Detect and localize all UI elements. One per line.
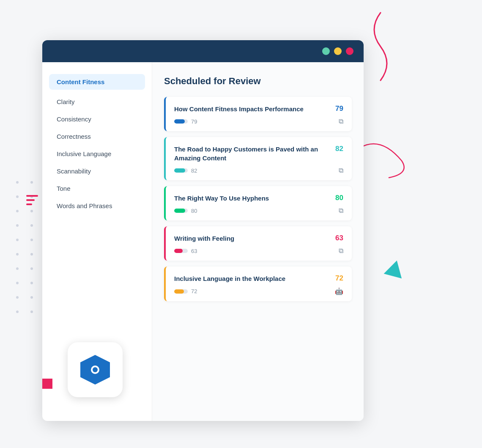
score-small-1: 79	[191, 118, 197, 125]
traffic-light-yellow[interactable]	[334, 47, 342, 55]
article-card-1[interactable]: How Content Fitness Impacts Performance …	[164, 97, 352, 131]
sidebar-item-tone[interactable]: Tone	[42, 180, 152, 197]
article-score-4: 63	[335, 234, 343, 242]
copy-icon-3[interactable]: ⧉	[339, 207, 343, 214]
score-bar-container-3: 80	[174, 208, 197, 214]
score-small-3: 80	[191, 208, 197, 214]
card-header-2: The Road to Happy Customers is Paved wit…	[174, 145, 343, 162]
article-title-4: Writing with Feeling	[174, 234, 330, 243]
sidebar-item-clarity[interactable]: Clarity	[42, 93, 152, 110]
logo-box	[68, 342, 123, 397]
traffic-light-red[interactable]	[346, 47, 353, 55]
article-score-5: 72	[335, 274, 343, 283]
logo-hexagon	[80, 355, 110, 385]
mini-bar-fill-5	[174, 289, 184, 294]
teal-arrow-icon	[381, 261, 402, 283]
card-footer-3: 80 ⧉	[174, 207, 343, 214]
title-bar	[42, 40, 364, 62]
ham-line-2	[26, 199, 35, 201]
pink-squiggle-top	[364, 8, 389, 85]
article-title-3: The Right Way To Use Hyphens	[174, 194, 330, 203]
sidebar-item-inclusive-language[interactable]: Inclusive Language	[42, 145, 152, 162]
hamburger-icon	[26, 190, 48, 210]
card-footer-4: 63 ⧉	[174, 247, 343, 255]
panel-title: Scheduled for Review	[164, 76, 352, 87]
pink-square-decoration	[42, 379, 52, 389]
card-header-1: How Content Fitness Impacts Performance …	[174, 104, 343, 113]
robot-icon-5[interactable]: 🤖	[335, 287, 343, 295]
score-bar-container-4: 63	[174, 248, 197, 254]
article-card-3[interactable]: The Right Way To Use Hyphens 80 80 ⧉	[164, 186, 352, 220]
mini-bar-1	[174, 119, 188, 124]
card-header-3: The Right Way To Use Hyphens 80	[174, 194, 343, 203]
article-card-4[interactable]: Writing with Feeling 63 63 ⧉	[164, 226, 352, 261]
copy-icon-2[interactable]: ⧉	[339, 167, 343, 174]
card-header-5: Inclusive Language in the Workplace 72	[174, 274, 343, 283]
mini-bar-fill-3	[174, 209, 185, 213]
article-score-3: 80	[335, 194, 343, 202]
card-header-4: Writing with Feeling 63	[174, 234, 343, 243]
score-bar-container-1: 79	[174, 118, 197, 125]
score-small-2: 82	[191, 168, 197, 174]
score-small-5: 72	[191, 288, 197, 294]
article-card-5[interactable]: Inclusive Language in the Workplace 72 7…	[164, 267, 352, 301]
card-footer-1: 79 ⧉	[174, 118, 343, 125]
article-score-1: 79	[335, 104, 343, 113]
score-bar-container-2: 82	[174, 168, 197, 174]
mini-bar-fill-1	[174, 119, 185, 124]
sidebar-item-words-and-phrases[interactable]: Words and Phrases	[42, 197, 152, 214]
ham-line-3	[26, 203, 32, 205]
sidebar-item-scannability[interactable]: Scannability	[42, 162, 152, 180]
article-title-2: The Road to Happy Customers is Paved wit…	[174, 145, 330, 162]
article-score-2: 82	[335, 145, 343, 153]
sidebar-item-content-fitness[interactable]: Content Fitness	[49, 74, 145, 90]
mini-bar-5	[174, 289, 188, 294]
main-panel: Scheduled for Review How Content Fitness…	[152, 62, 364, 421]
mini-bar-fill-2	[174, 168, 185, 173]
sidebar-item-consistency[interactable]: Consistency	[42, 110, 152, 128]
mini-bar-4	[174, 249, 188, 253]
mini-bar-2	[174, 168, 188, 173]
score-bar-container-5: 72	[174, 288, 197, 294]
article-title-5: Inclusive Language in the Workplace	[174, 274, 330, 283]
card-footer-5: 72 🤖	[174, 287, 343, 295]
traffic-lights	[322, 47, 353, 55]
traffic-light-green[interactable]	[322, 47, 330, 55]
article-title-1: How Content Fitness Impacts Performance	[174, 104, 330, 113]
mini-bar-fill-4	[174, 249, 183, 253]
mini-bar-3	[174, 209, 188, 213]
svg-point-2	[93, 367, 98, 372]
card-footer-2: 82 ⧉	[174, 167, 343, 174]
copy-icon-1[interactable]: ⧉	[339, 118, 343, 125]
sidebar-item-correctness[interactable]: Correctness	[42, 128, 152, 145]
score-small-4: 63	[191, 248, 197, 254]
copy-icon-4[interactable]: ⧉	[339, 247, 343, 255]
article-card-2[interactable]: The Road to Happy Customers is Paved wit…	[164, 137, 352, 180]
ham-line-1	[26, 195, 38, 197]
